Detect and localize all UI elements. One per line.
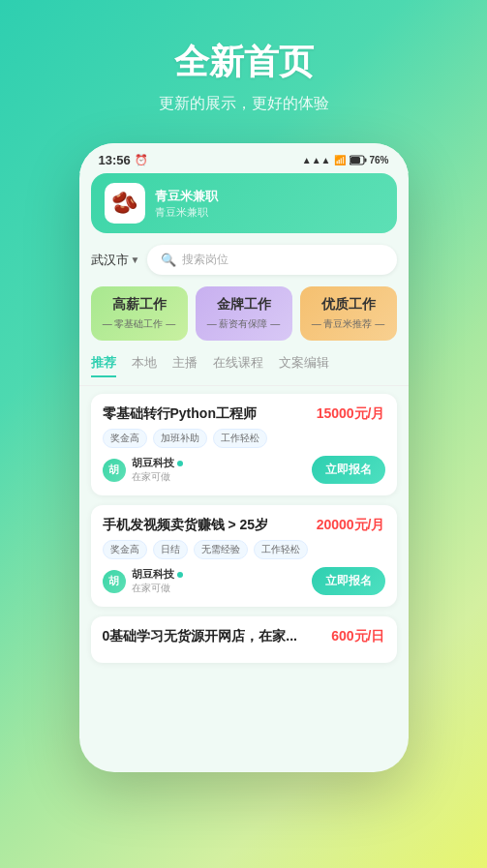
cat-sub-1: — 薪资有保障 — [203,317,285,331]
alarm-icon: ⏰ [135,154,148,166]
cat-title-1: 金牌工作 [203,296,285,314]
category-row: 高薪工作 — 零基础工作 — 金牌工作 — 薪资有保障 — 优质工作 — 青豆米… [79,283,409,350]
job-title-0: 零基础转行Python工程师 [103,405,317,423]
company-avatar-0: 胡 [103,459,126,482]
online-dot-0 [177,461,183,466]
tag-daily: 日结 [153,540,188,559]
tab-anchor[interactable]: 主播 [172,354,198,377]
status-time: 13:56 [99,153,131,167]
category-card-jinpai[interactable]: 金牌工作 — 薪资有保障 — [196,286,292,341]
category-card-youzhi[interactable]: 优质工作 — 青豆米推荐 — [300,286,397,341]
notif-text: 青豆米兼职 青豆米兼职 [155,188,218,220]
notif-title: 青豆米兼职 [155,188,218,205]
cat-sub-2: — 青豆米推荐 — [308,317,389,331]
category-card-gaoxin[interactable]: 高薪工作 — 零基础工作 — [91,286,188,341]
svg-rect-1 [365,159,367,163]
signal-icon: ▲▲▲ [302,155,331,165]
job-card-1: 手机发视频卖货赚钱 > 25岁 20000元/月 奖金高 日结 无需经验 工作轻… [91,505,397,607]
search-row: 武汉市 ▼ 🔍 搜索岗位 [79,241,409,283]
job-card-0: 零基础转行Python工程师 15000元/月 奖金高 加班补助 工作轻松 胡 … [91,394,397,495]
tab-local[interactable]: 本地 [132,354,157,377]
job-card-2: 0基础学习无货源开网店，在家... 600元/日 [91,616,397,663]
battery-text: 76% [369,155,388,165]
notification-bar: 🫘 青豆米兼职 青豆米兼职 [91,173,397,233]
search-icon: 🔍 [161,253,176,267]
battery-icon: 76% [350,155,388,165]
header-section: 全新首页 更新的展示，更好的体验 [0,0,487,134]
main-title: 全新首页 [19,39,468,86]
job-title-2: 0基础学习无货源开网店，在家... [103,628,332,645]
cat-sub-0: — 零基础工作 — [99,317,180,331]
tag-bonus: 奖金高 [103,429,147,448]
tag-easy: 工作轻松 [213,429,267,448]
notif-sub: 青豆米兼职 [155,205,218,220]
chevron-down-icon: ▼ [131,254,140,265]
company-name-1: 胡豆科技 [132,567,183,582]
apply-btn-1[interactable]: 立即报名 [312,567,385,595]
sub-title: 更新的展示，更好的体验 [19,94,468,114]
job-salary-0: 15000元/月 [317,405,385,423]
online-dot-1 [177,572,183,578]
tag-overtime: 加班补助 [153,429,207,448]
tag-bonus-1: 奖金高 [103,540,147,559]
tab-course[interactable]: 在线课程 [213,354,263,377]
job-list: 零基础转行Python工程师 15000元/月 奖金高 加班补助 工作轻松 胡 … [79,386,409,744]
company-info-1: 胡 胡豆科技 在家可做 [103,567,183,595]
tag-easy-1: 工作轻松 [254,540,308,559]
search-placeholder: 搜索岗位 [182,252,228,268]
company-location-1: 在家可做 [132,582,183,595]
tabs-row: 推荐 本地 主播 在线课程 文案编辑 [79,350,409,386]
status-icons: ▲▲▲ 📶 76% [302,155,389,165]
job-title-1: 手机发视频卖货赚钱 > 25岁 [103,517,317,534]
company-info-0: 胡 胡豆科技 在家可做 [103,456,183,484]
city-selector[interactable]: 武汉市 ▼ [91,252,140,269]
app-icon: 🫘 [105,183,145,224]
cat-title-2: 优质工作 [308,296,389,314]
tab-copywriting[interactable]: 文案编辑 [279,354,329,377]
svg-rect-2 [350,157,360,164]
job-salary-1: 20000元/月 [317,517,385,534]
status-bar: 13:56 ⏰ ▲▲▲ 📶 76% [79,143,409,173]
phone-container: 13:56 ⏰ ▲▲▲ 📶 76% 🫘 青豆米兼职 青豆米兼职 武汉市 ▼ 🔍 … [79,143,409,772]
apply-btn-0[interactable]: 立即报名 [312,456,385,484]
search-box[interactable]: 🔍 搜索岗位 [147,245,396,275]
city-label: 武汉市 [91,252,129,269]
tab-recommend[interactable]: 推荐 [91,354,116,377]
cat-title-0: 高薪工作 [99,296,180,314]
company-avatar-1: 胡 [103,570,126,593]
wifi-icon: 📶 [334,155,346,165]
company-location-0: 在家可做 [132,470,183,484]
company-name-0: 胡豆科技 [132,456,183,470]
job-salary-2: 600元/日 [331,628,384,645]
job-tags-1: 奖金高 日结 无需经验 工作轻松 [103,540,385,559]
tag-no-exp: 无需经验 [194,540,248,559]
job-tags-0: 奖金高 加班补助 工作轻松 [103,429,385,448]
